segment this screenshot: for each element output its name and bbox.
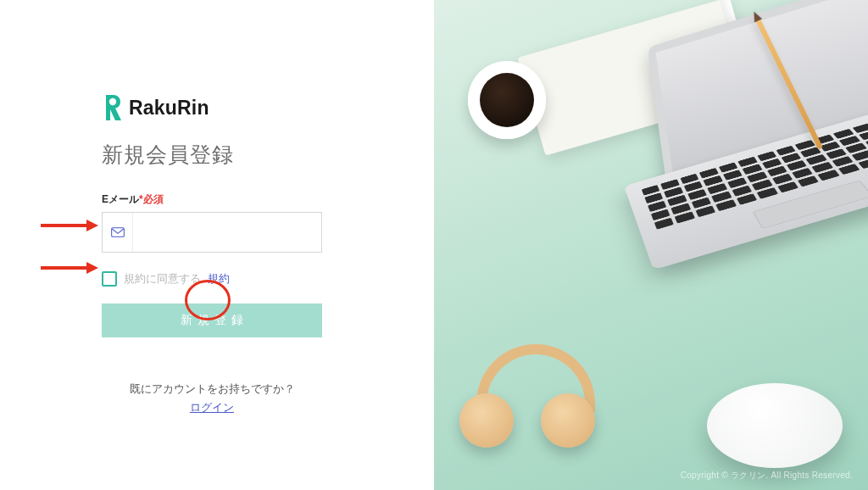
email-label: Eメール*必須 <box>102 192 434 207</box>
terms-row: 規約に同意する 規約 <box>102 271 434 287</box>
hero-laptop-icon <box>545 2 868 328</box>
annotation-arrow-icon <box>41 262 98 274</box>
email-input[interactable] <box>133 213 321 252</box>
email-input-wrap <box>102 212 322 253</box>
required-mark: *必須 <box>139 193 164 205</box>
mail-icon <box>103 213 133 252</box>
terms-link[interactable]: 規約 <box>208 271 230 287</box>
terms-checkbox[interactable] <box>102 271 117 287</box>
svg-point-0 <box>109 98 116 105</box>
svg-rect-1 <box>111 228 124 237</box>
submit-button[interactable]: 新規登録 <box>102 303 322 337</box>
page-title: 新規会員登録 <box>102 141 434 169</box>
login-prompt: 既にアカウントをお持ちですか？ ログイン <box>102 381 322 415</box>
footer-copyright: Copyright © ラクリン. All Rights Reserved. <box>681 470 853 482</box>
annotation-arrow-icon <box>41 220 98 231</box>
hero-image-panel: Copyright © ラクリン. All Rights Reserved. <box>434 0 868 490</box>
hero-coffee-icon <box>468 61 546 139</box>
svg-marker-5 <box>86 262 98 274</box>
login-link[interactable]: ログイン <box>102 400 322 415</box>
svg-marker-3 <box>86 220 98 231</box>
brand-logo-mark <box>102 93 124 122</box>
brand-logo-text: RakuRin <box>129 97 209 120</box>
brand-logo: RakuRin <box>102 93 434 122</box>
hero-mouse-icon <box>707 383 843 468</box>
login-prompt-text: 既にアカウントをお持ちですか？ <box>130 382 295 395</box>
email-field-group: Eメール*必須 <box>102 192 434 253</box>
hero-headphones-icon <box>459 337 612 456</box>
terms-text: 規約に同意する <box>124 271 201 287</box>
signup-form-panel: RakuRin 新規会員登録 Eメール*必須 規約に同意する 規約 <box>0 0 434 490</box>
email-label-text: Eメール <box>102 193 139 205</box>
